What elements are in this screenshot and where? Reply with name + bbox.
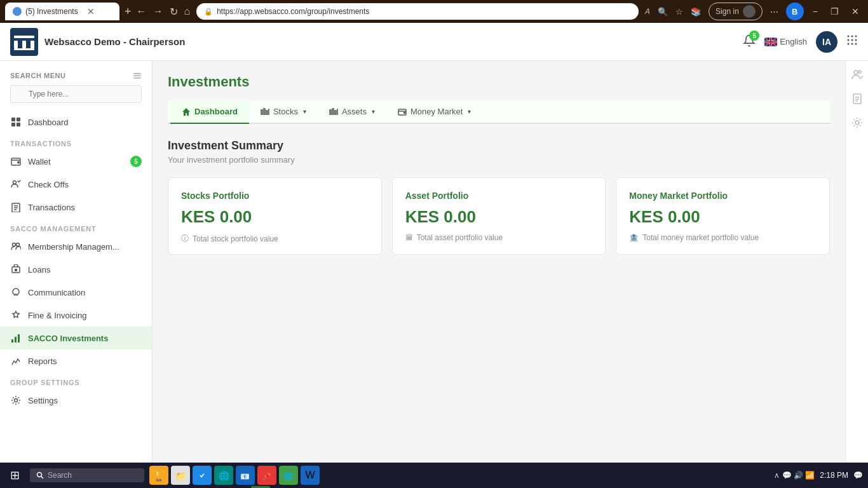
address-bar[interactable]: 🔒 https://app.websacco.com/group/investm… bbox=[196, 3, 639, 20]
search-input-wrapper: 🔍 bbox=[10, 85, 142, 103]
svg-point-21 bbox=[848, 43, 850, 45]
taskbar-app-5[interactable]: 📧 bbox=[236, 466, 255, 485]
language-selector[interactable]: English bbox=[764, 37, 807, 46]
start-button[interactable]: ⊞ bbox=[5, 466, 25, 485]
svg-text:📧: 📧 bbox=[240, 471, 250, 480]
edge-profile-icon[interactable]: B bbox=[786, 3, 804, 20]
svg-point-33 bbox=[13, 181, 17, 184]
sidebar-item-transactions[interactable]: Transactions bbox=[0, 196, 152, 219]
tab-stocks[interactable]: Stocks ▾ bbox=[249, 100, 318, 124]
apps-grid-button[interactable] bbox=[846, 34, 858, 49]
taskbar-app-6[interactable]: 📌 bbox=[257, 466, 276, 485]
taskbar-app-8[interactable]: W bbox=[301, 466, 320, 485]
lock-icon: 🔒 bbox=[204, 8, 213, 16]
page-title: Investments bbox=[168, 74, 830, 90]
sidebar-item-label: Settings bbox=[28, 396, 58, 405]
read-aloud-icon[interactable]: 𝘈 bbox=[645, 6, 650, 17]
right-sidebar-users-icon[interactable] bbox=[851, 69, 863, 83]
svg-rect-48 bbox=[264, 109, 265, 114]
minimize-button[interactable]: − bbox=[809, 5, 822, 18]
collections-icon[interactable]: 📚 bbox=[691, 7, 701, 17]
money-market-dropdown-arrow: ▾ bbox=[468, 108, 471, 115]
svg-point-64 bbox=[37, 473, 42, 477]
taskbar-search[interactable] bbox=[30, 468, 144, 482]
svg-point-56 bbox=[403, 112, 405, 113]
taskbar-search-input[interactable] bbox=[48, 471, 124, 480]
sidebar-item-checkoffs[interactable]: Check Offs bbox=[0, 173, 152, 196]
favorites-icon[interactable]: ☆ bbox=[675, 7, 683, 17]
svg-point-18 bbox=[848, 39, 850, 41]
taskbar-app-2[interactable]: 📁 bbox=[171, 466, 190, 485]
sidebar-item-communication[interactable]: Communication bbox=[0, 281, 152, 304]
sidebar-item-membership[interactable]: Membership Managem... bbox=[0, 235, 152, 258]
assets-footer-text: Total asset portfolio value bbox=[417, 233, 503, 242]
svg-text:🌐: 🌐 bbox=[219, 471, 229, 480]
assets-card-title: Asset Portfolio bbox=[405, 191, 593, 201]
svg-rect-1 bbox=[14, 36, 34, 38]
maximize-button[interactable]: ❐ bbox=[827, 5, 843, 18]
svg-rect-44 bbox=[15, 337, 17, 342]
svg-point-38 bbox=[13, 243, 16, 247]
svg-point-32 bbox=[18, 161, 19, 163]
back-button[interactable]: ← bbox=[137, 6, 147, 17]
sign-in-button[interactable]: Sign in bbox=[709, 3, 763, 20]
money-market-card-title: Money Market Portfolio bbox=[629, 191, 817, 201]
notification-bell[interactable]: 5 bbox=[743, 34, 756, 49]
svg-point-41 bbox=[15, 269, 17, 271]
reload-button[interactable]: ↻ bbox=[170, 6, 178, 18]
svg-rect-25 bbox=[133, 76, 141, 77]
assets-card-footer: 🏛 Total asset portfolio value bbox=[405, 233, 593, 242]
close-window-button[interactable]: ✕ bbox=[848, 5, 863, 18]
svg-text:📌: 📌 bbox=[262, 471, 271, 480]
taskbar-app-3[interactable] bbox=[193, 466, 212, 485]
home-button[interactable]: ⌂ bbox=[184, 6, 191, 17]
svg-rect-51 bbox=[330, 110, 331, 114]
taskbar-system-tray: ∧ 💬 🔊 📶 bbox=[774, 471, 815, 480]
user-avatar[interactable]: IA bbox=[816, 31, 837, 53]
app-title: Websacco Demo - Chairperson bbox=[44, 36, 185, 47]
taskbar-notifications[interactable]: 💬 bbox=[853, 471, 863, 480]
sidebar-item-label: Check Offs bbox=[28, 180, 69, 189]
money-market-portfolio-card: Money Market Portfolio KES 0.00 🏦 Total … bbox=[616, 177, 830, 255]
language-label: English bbox=[780, 37, 807, 46]
sidebar-item-dashboard[interactable]: Dashboard bbox=[0, 111, 152, 133]
sacco-management-section-label: SACCO MANAGEMENT bbox=[0, 219, 152, 235]
svg-rect-50 bbox=[269, 109, 269, 114]
svg-point-23 bbox=[855, 43, 857, 45]
new-tab-button[interactable]: + bbox=[125, 5, 132, 18]
search-menu-label: SEARCH MENU bbox=[10, 71, 142, 80]
checkoffs-icon bbox=[10, 179, 22, 190]
sidebar-item-loans[interactable]: Loans bbox=[0, 258, 152, 281]
settings-icon bbox=[10, 395, 22, 406]
sidebar-item-reports[interactable]: Reports bbox=[0, 349, 152, 372]
tab-favicon bbox=[13, 7, 22, 16]
taskbar-app-4[interactable]: 🌐 bbox=[214, 466, 233, 485]
right-sidebar-doc-icon[interactable] bbox=[851, 93, 863, 107]
browser-tab[interactable]: (5) Investments ✕ bbox=[5, 3, 119, 20]
zoom-icon[interactable]: 🔍 bbox=[658, 7, 668, 17]
sidebar-item-fine-invoicing[interactable]: Fine & Invoicing bbox=[0, 304, 152, 327]
taskbar-app-1[interactable]: 🏆 bbox=[149, 466, 168, 485]
sidebar-item-sacco-investments[interactable]: SACCO Investments bbox=[0, 327, 152, 349]
assets-footer-icon: 🏛 bbox=[405, 233, 413, 242]
sidebar-item-wallet[interactable]: Wallet 5 bbox=[0, 150, 152, 173]
sidebar-item-settings[interactable]: Settings bbox=[0, 389, 152, 412]
membership-icon bbox=[10, 241, 22, 252]
tab-money-market[interactable]: Money Market ▾ bbox=[386, 100, 482, 124]
sidebar-item-label: Membership Managem... bbox=[28, 242, 119, 252]
taskbar-app-7[interactable]: 🌐 bbox=[279, 466, 298, 485]
tab-dashboard[interactable]: Dashboard bbox=[170, 100, 249, 124]
more-options-button[interactable]: ⋯ bbox=[770, 7, 778, 17]
right-sidebar-settings-icon[interactable] bbox=[851, 117, 863, 131]
app-logo: Websacco Demo - Chairperson bbox=[10, 28, 185, 56]
search-menu-input[interactable] bbox=[10, 85, 142, 103]
svg-point-57 bbox=[854, 71, 858, 74]
tab-close-button[interactable]: ✕ bbox=[87, 6, 95, 17]
tab-assets[interactable]: Assets ▾ bbox=[318, 100, 386, 124]
url-text: https://app.websacco.com/group/investmen… bbox=[217, 7, 369, 16]
sidebar-item-label: SACCO Investments bbox=[28, 334, 108, 343]
main-layout: SEARCH MENU 🔍 Dashboard TRANSACTIONS bbox=[0, 61, 868, 463]
svg-rect-30 bbox=[17, 123, 20, 126]
assets-portfolio-card: Asset Portfolio KES 0.00 🏛 Total asset p… bbox=[392, 177, 606, 255]
forward-button[interactable]: → bbox=[153, 6, 163, 17]
